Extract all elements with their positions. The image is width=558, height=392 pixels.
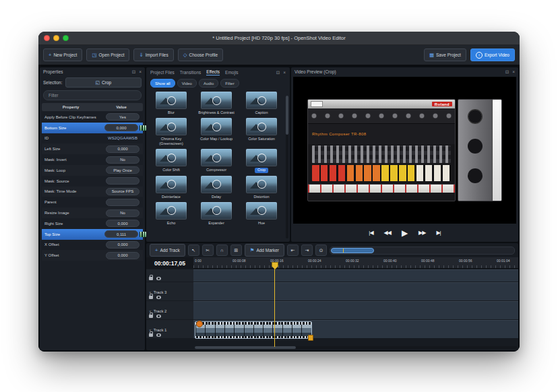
list-item-selected-crop[interactable]: Crop [239,148,284,173]
close-panel-icon[interactable]: × [139,69,142,75]
clip-effect-badge[interactable] [196,321,203,327]
filter-video-button[interactable]: Video [177,79,197,88]
close-panel-icon[interactable]: × [283,70,286,75]
list-item[interactable]: Color Saturation [239,117,284,147]
open-project-button[interactable]: ◳Open Project [86,48,129,61]
playhead-line[interactable] [274,267,275,347]
property-value[interactable]: No [106,209,140,217]
close-window-button[interactable] [44,35,50,41]
table-row[interactable]: Y Offset0,000 [42,250,143,261]
property-value[interactable]: Play Once [106,166,140,174]
property-value[interactable]: Source FPS [106,188,140,195]
timeline-zoom-scrollbar[interactable] [330,247,515,255]
effects-scrollbar[interactable] [286,96,288,238]
list-item[interactable]: Color Map / Lookup [194,117,239,147]
property-value[interactable]: 0,000 [106,145,140,153]
jump-start-button[interactable]: |◀ [369,230,373,236]
float-panel-icon[interactable]: ⊡ [505,69,509,75]
lock-icon[interactable] [149,277,153,280]
track-header[interactable] [146,269,193,282]
rewind-button[interactable]: ◀◀ [384,230,391,236]
choose-profile-button[interactable]: ◇Choose Profile [178,48,223,61]
filter-show-all-button[interactable]: Show all [150,79,175,88]
export-video-button[interactable]: ↑Export Video [470,48,515,61]
list-item[interactable]: Distortion [239,174,284,200]
fast-forward-button[interactable]: ▶▶ [418,230,425,236]
lock-icon[interactable] [149,315,153,318]
selection-dropdown[interactable]: ◱ Crop [65,77,142,88]
track-lane[interactable] [193,320,518,338]
minimize-window-button[interactable] [53,35,59,41]
list-item[interactable]: Brightness & Contrast [194,90,239,116]
table-row[interactable]: Right Size0,000 [42,218,143,229]
lock-icon[interactable] [149,296,153,299]
zoom-window-button[interactable] [63,35,69,41]
list-item[interactable]: Caption [239,90,284,116]
filter-audio-button[interactable]: Audio [199,79,218,88]
tab-project-files[interactable]: Project Files [150,70,175,75]
track-lane[interactable] [193,269,518,282]
table-row[interactable]: Bottom Size0,000 [42,123,143,133]
property-value[interactable]: 0,000 [106,252,140,259]
close-panel-icon[interactable]: × [512,69,515,75]
lock-icon[interactable] [149,333,153,337]
list-item[interactable]: Hue [239,201,284,226]
table-row[interactable]: Top Size0,111 [42,229,143,240]
list-item[interactable]: Deinterlace [149,174,193,200]
resize-tool-button[interactable]: ⊞ [230,244,242,256]
table-row[interactable]: Resize ImageNo [42,207,143,218]
table-row[interactable]: Apply Before Clip KeyframesYes [42,112,143,123]
tab-emojis[interactable]: Emojis [225,70,239,75]
table-row[interactable]: Mask: Source [42,176,143,187]
table-row[interactable]: Mask: LoopPlay Once [42,165,143,176]
table-row[interactable]: Mask: Time ModeSource FPS [42,187,143,197]
filter-filter-button[interactable]: Filter [220,79,239,88]
track-lane[interactable] [193,282,518,300]
track-lane[interactable] [193,301,518,319]
table-row[interactable]: Left Size0,000 [42,143,143,154]
float-panel-icon[interactable]: ⊡ [276,70,280,75]
table-row[interactable]: Parent [42,197,143,207]
jump-end-button[interactable]: ▶| [436,230,440,236]
list-item[interactable]: Color Shift [149,148,193,173]
track-header[interactable]: ∨Track 1 [146,320,193,338]
float-panel-icon[interactable]: ⊡ [132,69,135,75]
selection-tool-button[interactable]: ↖ [188,244,199,256]
play-button[interactable]: ▶ [402,229,408,237]
tab-effects[interactable]: Effects [206,69,220,75]
property-value[interactable]: No [106,156,140,164]
save-project-button[interactable]: ▦Save Project [424,48,466,61]
property-value[interactable]: 0,000 [106,220,140,227]
list-item[interactable]: Echo [149,201,193,226]
add-track-button[interactable]: +Add Track [150,244,185,257]
import-files-button[interactable]: ⇓Import Files [133,48,173,61]
list-item[interactable]: Expander [194,201,239,226]
property-value[interactable] [106,177,140,185]
zoom-range-handle[interactable] [331,248,374,253]
list-item[interactable]: Compressor [194,148,239,173]
center-playhead-button[interactable]: ⊙ [315,244,327,256]
property-value[interactable]: 0,000 [106,241,140,249]
razor-tool-button[interactable]: ✂ [202,244,214,256]
eye-icon[interactable] [156,333,161,337]
property-value[interactable]: 0,111 [104,230,138,238]
next-marker-button[interactable]: ⇥ [301,244,313,256]
snapping-toggle-button[interactable]: ∩ [216,244,228,256]
list-item[interactable]: Delay [194,174,239,200]
list-item[interactable]: Blur [149,90,193,116]
add-marker-button[interactable]: ⚑Add Marker [245,244,284,257]
list-item[interactable]: Chroma Key (Greenscreen) [149,117,193,147]
new-project-button[interactable]: +New Project [43,48,82,61]
property-value[interactable]: 0,000 [104,124,138,131]
properties-filter-input[interactable] [43,90,142,100]
table-row[interactable]: IDWS2QGAAWSB [42,133,143,144]
property-value[interactable] [106,199,140,206]
eye-icon[interactable] [156,315,161,318]
ruler-track[interactable]: 0:00 00:00:08 00:00:16 00:00:24 00:00:32… [193,257,518,269]
eye-icon[interactable] [156,277,161,280]
eye-icon[interactable] [156,296,161,299]
video-clip[interactable] [195,321,312,339]
table-row[interactable]: Mask: InvertNo [42,154,143,165]
previous-marker-button[interactable]: ⇤ [287,244,299,256]
playhead-handle[interactable] [272,262,278,269]
